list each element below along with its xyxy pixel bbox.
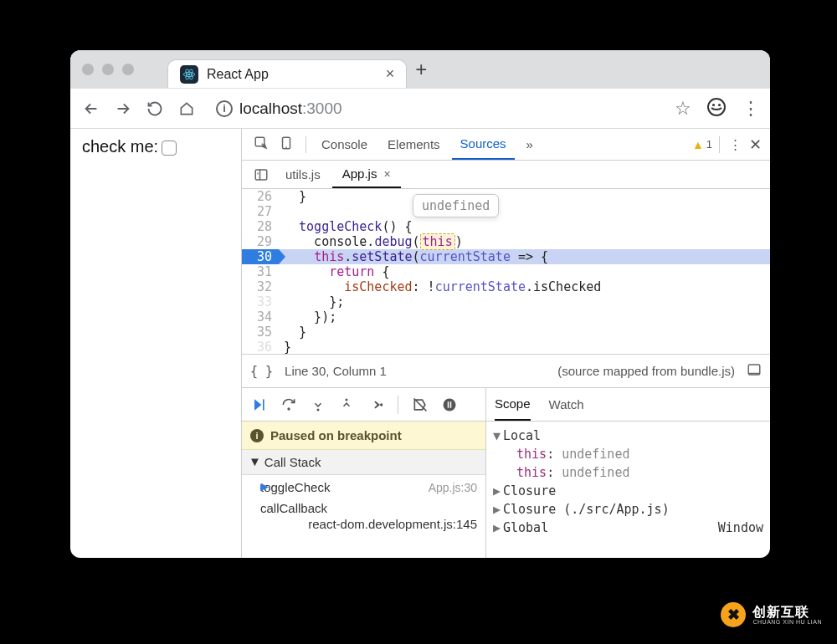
scope-local[interactable]: ▼Local: [493, 427, 763, 445]
source-mapped-label: (source mapped from bundle.js): [557, 364, 735, 378]
step-button[interactable]: [367, 396, 384, 413]
step-over-button[interactable]: [280, 396, 297, 413]
file-tab-utils[interactable]: utils.js: [275, 161, 331, 188]
warnings-badge[interactable]: ▲1: [692, 138, 712, 151]
scope-watch-tabs: Scope Watch: [486, 388, 770, 422]
scope-global[interactable]: ▶GlobalWindow: [493, 519, 763, 537]
browser-tab-strip: React App × +: [70, 50, 770, 89]
svg-rect-11: [263, 399, 264, 410]
deactivate-breakpoints-button[interactable]: [412, 396, 429, 413]
react-icon: [180, 65, 198, 84]
debugger-left-pane: i Paused on breakpoint ▼ Call Stack togg…: [242, 388, 486, 558]
debugger-right-pane: Scope Watch ▼Local this: undefined this:…: [486, 388, 770, 558]
browser-window: React App × + i localhost:3000 ☆ ⋮ check…: [70, 50, 770, 558]
bookmark-icon[interactable]: ☆: [675, 98, 691, 120]
svg-rect-17: [448, 401, 449, 408]
traffic-light-min[interactable]: [102, 64, 114, 75]
svg-point-13: [317, 408, 320, 411]
traffic-light-max[interactable]: [122, 64, 134, 75]
navigator-toggle-icon[interactable]: [249, 167, 274, 182]
checkbox-label: check me:: [82, 137, 158, 549]
scope-closure[interactable]: ▶Closure: [493, 482, 763, 500]
checkbox-input[interactable]: [162, 141, 177, 156]
paused-banner: i Paused on breakpoint: [242, 422, 485, 450]
step-into-button[interactable]: [311, 396, 326, 413]
resume-button[interactable]: [250, 396, 267, 413]
step-out-button[interactable]: [339, 396, 354, 413]
file-tab-app[interactable]: App.js ×: [332, 161, 401, 188]
new-tab-button[interactable]: +: [415, 58, 427, 81]
address-bar[interactable]: i localhost:3000: [209, 100, 661, 118]
devtools-menu-icon[interactable]: ⋮: [727, 137, 743, 152]
cursor-position: Line 30, Column 1: [285, 364, 387, 378]
site-info-icon[interactable]: i: [216, 100, 233, 117]
devtools-panel: Console Elements Sources » ▲1 ⋮ ✕ utils.…: [241, 129, 770, 558]
tab-more[interactable]: »: [518, 129, 542, 160]
home-button[interactable]: [177, 100, 196, 118]
browser-toolbar: i localhost:3000 ☆ ⋮: [70, 89, 770, 129]
back-button[interactable]: [82, 100, 100, 118]
info-icon: i: [250, 429, 264, 442]
svg-point-4: [708, 99, 725, 115]
devtools-tabbar: Console Elements Sources » ▲1 ⋮ ✕: [242, 129, 770, 161]
devtools-close-icon[interactable]: ✕: [747, 135, 763, 154]
traffic-light-close[interactable]: [82, 64, 94, 75]
watermark-logo: ✖ 创新互联 CHUANG XIN HU LIAN: [721, 602, 822, 627]
svg-rect-9: [255, 170, 267, 180]
close-icon[interactable]: ×: [383, 167, 390, 181]
frame-location: react-dom.development.js:145: [242, 517, 485, 536]
source-file-tabs: utils.js App.js ×: [242, 161, 770, 189]
svg-point-16: [444, 398, 456, 411]
pretty-print-icon[interactable]: { }: [250, 364, 273, 379]
tab-console[interactable]: Console: [313, 129, 376, 160]
svg-point-14: [346, 398, 348, 401]
tab-watch[interactable]: Watch: [549, 388, 584, 421]
page-content: check me:: [70, 129, 241, 558]
logo-icon: ✖: [721, 602, 746, 627]
svg-rect-18: [450, 401, 452, 408]
source-editor[interactable]: undefined 26 } 27 28 toggleCheck() { 29 …: [242, 189, 770, 355]
warning-icon: ▲: [692, 138, 704, 151]
profile-icon[interactable]: [706, 97, 727, 120]
window-controls: [82, 64, 134, 75]
svg-point-6: [719, 105, 720, 105]
debugger-toolbar: [242, 388, 485, 422]
browser-tab[interactable]: React App ×: [167, 59, 407, 88]
tab-scope[interactable]: Scope: [495, 388, 531, 421]
menu-icon[interactable]: ⋮: [742, 98, 758, 120]
svg-point-5: [713, 105, 714, 105]
chevron-down-icon: ▼: [249, 454, 261, 468]
scope-var[interactable]: this: undefined: [493, 445, 763, 463]
url-text: localhost:3000: [239, 100, 342, 118]
scope-var[interactable]: this: undefined: [493, 463, 763, 482]
hover-tooltip: undefined: [413, 194, 499, 217]
overflow-icon[interactable]: [747, 362, 762, 380]
tab-sources[interactable]: Sources: [452, 129, 515, 160]
scope-closure[interactable]: ▶Closure (./src/App.js): [493, 500, 763, 519]
inspect-icon[interactable]: [254, 135, 269, 153]
call-stack-frame[interactable]: toggleCheck App.js:30: [242, 475, 485, 496]
call-stack-header[interactable]: ▼ Call Stack: [242, 450, 485, 475]
call-stack-frame[interactable]: callCallback: [242, 496, 485, 517]
svg-point-15: [380, 403, 383, 406]
svg-point-12: [287, 407, 290, 410]
tab-title: React App: [207, 67, 269, 82]
tab-elements[interactable]: Elements: [379, 129, 449, 160]
pause-exceptions-button[interactable]: [442, 397, 457, 412]
reload-button[interactable]: [146, 100, 164, 118]
close-icon[interactable]: ×: [386, 65, 395, 83]
forward-button[interactable]: [114, 100, 132, 118]
svg-point-0: [188, 73, 191, 75]
device-icon[interactable]: [279, 135, 294, 153]
scope-tree: ▼Local this: undefined this: undefined ▶…: [486, 422, 770, 542]
source-status-bar: { } Line 30, Column 1 (source mapped fro…: [242, 355, 770, 388]
